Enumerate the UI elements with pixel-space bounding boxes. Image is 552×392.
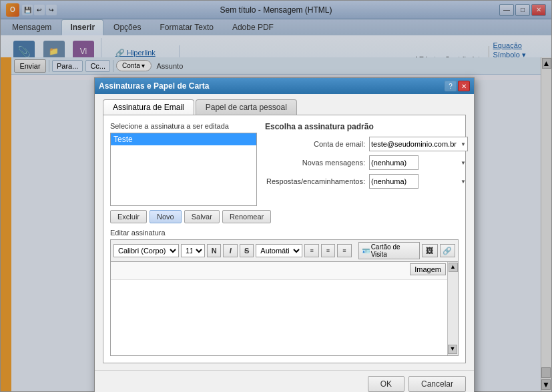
excluir-btn[interactable]: Excluir [110,210,147,223]
tab-assinatura-email[interactable]: Assinatura de Email [103,99,194,115]
strike-btn[interactable]: S [240,244,254,257]
outlook-window: O 💾 ↩ ↪ Sem título - Mensagem (HTML) — □… [0,0,552,392]
dialog-tab-content: Selecione a assinatura a ser editada Tes… [103,115,466,363]
signatures-dialog: Assinaturas e Papel de Carta ? ✕ Assinat… [94,77,475,392]
image-btn-row: Imagem [111,262,447,280]
image-btn[interactable]: Imagem [410,263,446,275]
link-small-btn[interactable]: 🔗 [440,244,455,257]
salvar-btn[interactable]: Salvar [184,210,220,223]
new-messages-label: Novas mensagens: [265,159,365,167]
edit-toolbar: Calibri (Corpo) 11 N I S Automático ≡ [110,239,459,261]
email-account-label: Conta de email: [265,140,365,148]
img-small-btn[interactable]: 🖼 [422,244,437,257]
email-account-select[interactable]: teste@seudominio.com.br [369,137,468,151]
new-messages-select-wrapper: (nenhuma) [369,155,468,170]
card-visita-label: Cartão de Visita [371,243,417,258]
bold-btn[interactable]: N [207,244,221,257]
edit-sig-label: Editar assinatura [110,229,459,237]
card-visita-btn[interactable]: 🪪 Cartão de Visita [358,242,421,259]
dialog-body: Assinatura de Email Papel de carta pesso… [95,94,474,370]
font-family-select[interactable]: Calibri (Corpo) [113,244,179,257]
align-left-btn[interactable]: ≡ [304,244,318,257]
tab-inner: Selecione a assinatura a ser editada Tes… [110,122,459,206]
tab-papel-carta[interactable]: Papel de carta pessoal [196,99,297,115]
edit-scroll-down[interactable]: ▼ [448,345,457,354]
align-center-btn[interactable]: ≡ [321,244,335,257]
dialog-help-btn[interactable]: ? [445,81,457,91]
replies-select-wrapper: (nenhuma) [369,174,468,189]
dialog-tabs: Assinatura de Email Papel de carta pesso… [103,99,466,115]
italic-btn[interactable]: I [223,244,237,257]
sig-action-buttons: Excluir Novo Salvar Renomear [110,210,459,223]
novo-btn[interactable]: Novo [150,210,182,223]
ok-btn[interactable]: OK [368,376,404,392]
dialog-title-text: Assinaturas e Papel de Carta [99,81,209,91]
replies-label: Respostas/encaminhamentos: [265,177,365,185]
email-account-select-wrapper: teste@seudominio.com.br [369,137,468,151]
choose-default-title: Escolha a assinatura padrão [265,122,468,131]
color-select[interactable]: Automático [256,244,302,257]
edit-sig-section: Editar assinatura Calibri (Corpo) 11 N I… [110,229,459,356]
cancel-btn[interactable]: Cancelar [408,376,466,392]
sig-list[interactable]: Teste [110,133,257,206]
card-icon: 🪪 [362,247,370,255]
align-right-btn[interactable]: ≡ [337,244,351,257]
right-panel: Escolha a assinatura padrão Conta de ema… [265,122,468,206]
renomear-btn[interactable]: Renomear [222,210,271,223]
edit-area-inner: Imagem [111,262,447,355]
sig-list-item-teste[interactable]: Teste [111,133,256,145]
dialog-title-bar: Assinaturas e Papel de Carta ? ✕ [95,78,474,94]
select-sig-label: Selecione a assinatura a ser editada [110,122,257,130]
edit-scrollbar[interactable]: ▲ ▼ [447,262,458,355]
replies-select[interactable]: (nenhuma) [369,174,419,189]
edit-area-wrapper: Imagem ▲ ▼ [110,261,459,356]
edit-scroll-up[interactable]: ▲ [449,263,458,272]
new-messages-row: Novas mensagens: (nenhuma) [265,155,468,170]
dialog-close-btn[interactable]: ✕ [458,81,470,91]
font-size-select[interactable]: 11 [181,244,205,257]
left-panel: Selecione a assinatura a ser editada Tes… [110,122,257,206]
replies-row: Respostas/encaminhamentos: (nenhuma) [265,174,468,189]
email-account-row: Conta de email: teste@seudominio.com.br [265,137,468,151]
dialog-title-controls: ? ✕ [445,81,470,91]
new-messages-select[interactable]: (nenhuma) [369,155,419,170]
dialog-footer: OK Cancelar [95,370,474,392]
sig-textarea[interactable] [111,280,447,353]
